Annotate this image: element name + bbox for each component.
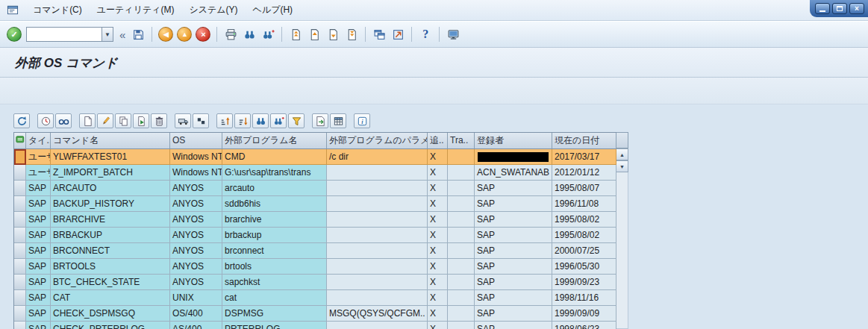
cell-type[interactable]: ユーザ (26, 149, 51, 165)
cell-os[interactable]: ANYOS (170, 181, 222, 196)
cell-reg[interactable]: SAP (475, 243, 552, 259)
cell-date[interactable]: 1995/08/02 (552, 228, 616, 243)
find-next-button[interactable] (260, 26, 276, 43)
cell-type[interactable]: SAP (26, 275, 51, 290)
page-up-button[interactable] (306, 26, 322, 43)
cell-tra[interactable] (448, 181, 475, 196)
first-page-button[interactable] (287, 26, 304, 43)
cell-type[interactable]: SAP (26, 259, 51, 275)
cell-param[interactable] (327, 181, 428, 196)
cell-program[interactable]: G:\usr\sap\trans\trans (222, 165, 327, 181)
cell-tra[interactable] (448, 212, 475, 228)
row-select-cell[interactable] (14, 259, 26, 275)
back-button[interactable]: ◀ (157, 26, 174, 43)
cell-date[interactable]: 1996/11/08 (552, 196, 616, 212)
cell-add[interactable]: X (428, 181, 448, 196)
cell-program[interactable]: DSPMSG (222, 306, 327, 322)
cell-type[interactable]: SAP (26, 322, 51, 329)
cell-param[interactable] (327, 243, 428, 259)
command-dropdown-icon[interactable]: ▼ (102, 28, 113, 41)
menu-command[interactable]: コマンド(C) (25, 1, 90, 19)
cell-tra[interactable] (448, 165, 475, 181)
copy-to-clipboard-button[interactable] (193, 113, 209, 128)
cell-name[interactable]: BRCONNECT (51, 243, 170, 259)
cell-type[interactable]: SAP (26, 306, 51, 322)
cell-os[interactable]: ANYOS (170, 212, 222, 228)
cell-date[interactable]: 1999/09/09 (552, 306, 616, 322)
transport-button[interactable] (175, 113, 191, 128)
row-select-cell[interactable] (14, 243, 26, 259)
cell-name[interactable]: BRBACKUP (51, 228, 170, 243)
cell-tra[interactable] (448, 149, 475, 165)
row-select-cell[interactable] (14, 196, 26, 212)
cell-name[interactable]: ARCAUTO (51, 181, 170, 196)
cell-reg[interactable]: SAP (475, 275, 552, 290)
cell-type[interactable]: SAP (26, 290, 51, 306)
cell-date[interactable]: 1995/08/02 (552, 212, 616, 228)
column-header-type[interactable]: タイ.. (26, 133, 51, 149)
cell-reg[interactable]: SAP (475, 196, 552, 212)
cell-tra[interactable] (448, 196, 475, 212)
column-header-date[interactable]: 現在の日付 (552, 133, 616, 149)
row-select-cell[interactable] (14, 212, 26, 228)
delete-button[interactable] (151, 113, 167, 128)
cell-type[interactable]: ユーザ (26, 165, 51, 181)
new-session-button[interactable] (371, 26, 387, 43)
cell-param[interactable] (327, 212, 428, 228)
cell-tra[interactable] (448, 259, 475, 275)
cell-date[interactable]: 2017/03/17 (552, 149, 616, 165)
cell-add[interactable]: X (428, 228, 448, 243)
row-select-cell[interactable] (14, 306, 26, 322)
command-input[interactable] (27, 28, 102, 41)
cell-add[interactable]: X (428, 275, 448, 290)
help-button[interactable]: ? (417, 26, 434, 43)
cell-date[interactable]: 1998/11/16 (552, 290, 616, 306)
cell-name[interactable]: CAT (51, 290, 170, 306)
cancel-button[interactable]: × (195, 26, 211, 43)
cell-program[interactable]: brconnect (222, 243, 327, 259)
row-select-cell[interactable] (14, 322, 26, 329)
cell-date[interactable]: 1998/06/23 (552, 322, 616, 329)
cell-program[interactable]: cat (222, 290, 327, 306)
cell-reg[interactable] (475, 149, 552, 165)
cell-name[interactable]: CHECK_PRTERRLOG (51, 322, 170, 329)
cell-reg[interactable]: SAP (475, 181, 552, 196)
cell-param[interactable] (327, 228, 428, 243)
refresh-button[interactable] (13, 113, 30, 128)
create-button[interactable] (79, 113, 96, 128)
cell-program[interactable]: arcauto (222, 181, 327, 196)
row-select-cell[interactable] (14, 165, 26, 181)
cell-param[interactable] (327, 259, 428, 275)
export-button[interactable] (312, 113, 328, 128)
cell-type[interactable]: SAP (26, 212, 51, 228)
cell-reg[interactable]: SAP (475, 322, 552, 329)
row-select-cell[interactable] (14, 181, 26, 196)
cell-program[interactable]: brarchive (222, 212, 327, 228)
cell-name[interactable]: BTC_CHECK_STATE (51, 275, 170, 290)
cell-add[interactable]: X (428, 306, 448, 322)
cell-add[interactable]: X (428, 243, 448, 259)
page-down-button[interactable] (325, 26, 341, 43)
cell-tra[interactable] (448, 290, 475, 306)
cell-add[interactable]: X (428, 290, 448, 306)
cell-os[interactable]: AS/400 (170, 322, 222, 329)
run-button[interactable] (133, 113, 149, 128)
cell-reg[interactable]: SAP (475, 290, 552, 306)
row-select-cell[interactable] (14, 290, 26, 306)
find-button[interactable] (241, 26, 257, 43)
row-select-cell[interactable] (14, 228, 26, 243)
menu-utilities[interactable]: ユーティリティ(M) (90, 1, 182, 19)
info-button[interactable]: i (354, 113, 370, 128)
cell-os[interactable]: ANYOS (170, 275, 222, 290)
column-header-name[interactable]: コマンド名 (51, 133, 170, 149)
cell-os[interactable]: ANYOS (170, 259, 222, 275)
collapse-command-icon[interactable]: « (119, 28, 125, 41)
cell-reg[interactable]: SAP (475, 306, 552, 322)
cell-reg[interactable]: SAP (475, 228, 552, 243)
cell-name[interactable]: BRTOOLS (51, 259, 170, 275)
cell-tra[interactable] (448, 228, 475, 243)
sort-descending-button[interactable] (234, 113, 251, 128)
cell-add[interactable]: X (428, 149, 448, 165)
create-shortcut-button[interactable] (390, 26, 406, 43)
cell-type[interactable]: SAP (26, 181, 51, 196)
